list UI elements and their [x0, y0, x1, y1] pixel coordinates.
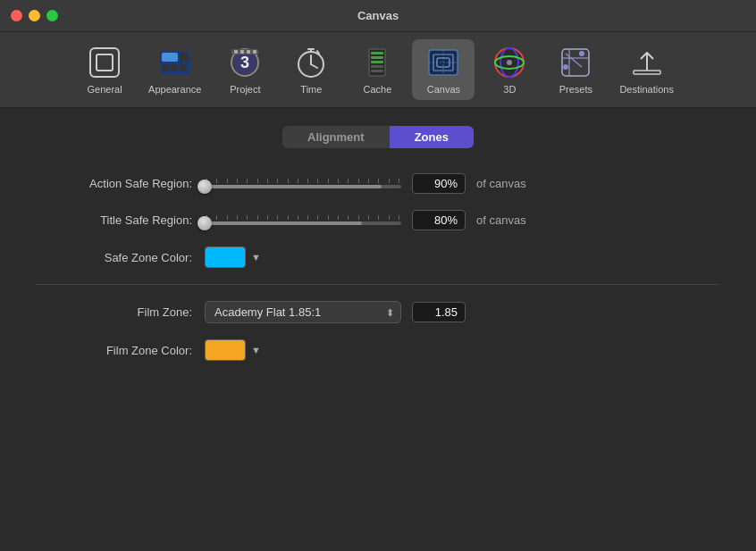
svg-rect-15	[253, 50, 256, 54]
film-zone-color-control: ▼	[205, 339, 261, 361]
toolbar-label-canvas: Canvas	[427, 84, 460, 95]
svg-rect-26	[371, 65, 383, 68]
action-safe-suffix: of canvas	[476, 177, 526, 190]
svg-point-42	[563, 64, 568, 70]
zones-tab[interactable]: Zones	[390, 126, 474, 148]
toolbar-label-project: Project	[230, 84, 260, 95]
destinations-icon	[629, 45, 665, 80]
svg-line-43	[566, 54, 582, 67]
canvas-icon	[425, 45, 461, 80]
safe-zone-color-row: Safe Zone Color: ▼	[36, 246, 720, 268]
film-zone-row: Film Zone: Academy Flat 1.85:1 Cinemasco…	[36, 301, 720, 323]
action-safe-row: Action Safe Region: 90% of canvas	[36, 173, 720, 194]
appearance-icon	[157, 45, 193, 80]
svg-rect-25	[371, 61, 383, 63]
svg-rect-6	[171, 64, 178, 71]
action-safe-label: Action Safe Region:	[36, 177, 192, 190]
title-safe-suffix: of canvas	[476, 213, 526, 227]
alignment-tab[interactable]: Alignment	[282, 126, 390, 148]
svg-line-18	[311, 64, 317, 68]
maximize-button[interactable]	[46, 10, 58, 21]
film-zone-color-dropdown[interactable]: ▼	[251, 345, 261, 355]
segmented-control: Alignment Zones	[36, 126, 720, 148]
3d-icon	[491, 45, 527, 80]
film-zone-select-wrapper: Academy Flat 1.85:1 Cinemascope 2.35:1 W…	[205, 301, 401, 323]
svg-rect-1	[97, 54, 113, 71]
title-safe-row: Title Safe Region: 80% of canvas	[36, 210, 720, 230]
film-zone-color-swatch[interactable]	[205, 339, 246, 361]
svg-rect-3	[162, 53, 178, 62]
title-safe-value[interactable]: 80%	[412, 210, 466, 230]
svg-rect-24	[371, 56, 383, 59]
title-safe-ticks	[205, 215, 401, 220]
toolbar-label-destinations: Destinations	[619, 84, 674, 95]
film-zone-color-row: Film Zone Color: ▼	[36, 339, 720, 361]
toolbar-item-canvas[interactable]: Canvas	[412, 39, 475, 100]
titlebar: Canvas	[0, 0, 756, 32]
toolbar-item-cache[interactable]: Cache	[346, 39, 408, 100]
svg-rect-4	[180, 53, 189, 62]
safe-zone-color-control: ▼	[205, 246, 261, 268]
film-zone-label: Film Zone:	[36, 305, 192, 319]
toolbar-label-time: Time	[300, 84, 322, 95]
toolbar-label-general: General	[87, 84, 122, 95]
toolbar-item-general[interactable]: General	[73, 39, 136, 100]
close-button[interactable]	[11, 10, 22, 21]
svg-rect-23	[371, 52, 383, 54]
action-safe-value[interactable]: 90%	[412, 173, 466, 194]
svg-rect-7	[180, 64, 187, 71]
title-safe-slider[interactable]	[205, 221, 401, 225]
svg-point-37	[507, 60, 512, 65]
svg-point-41	[579, 51, 584, 56]
toolbar-label-3d: 3D	[503, 84, 516, 95]
cache-icon	[359, 45, 395, 80]
svg-rect-12	[234, 50, 238, 54]
action-safe-ticks	[205, 179, 401, 183]
window-title: Canvas	[357, 9, 399, 22]
presets-icon	[558, 45, 593, 80]
time-icon	[293, 45, 329, 80]
toolbar-item-appearance[interactable]: Appearance	[139, 39, 210, 100]
svg-rect-5	[162, 64, 169, 71]
project-icon: 3	[227, 45, 263, 80]
svg-text:3: 3	[240, 54, 249, 71]
section-divider	[36, 284, 720, 285]
svg-rect-27	[371, 70, 383, 72]
toolbar-label-cache: Cache	[363, 84, 391, 95]
safe-zone-color-label: Safe Zone Color:	[36, 251, 192, 264]
toolbar-label-presets: Presets	[559, 84, 592, 95]
toolbar-item-project[interactable]: 3 Project	[214, 39, 276, 100]
film-zone-color-label: Film Zone Color:	[36, 344, 192, 357]
window-controls	[11, 10, 58, 21]
minimize-button[interactable]	[29, 10, 40, 21]
film-zone-ratio[interactable]: 1.85	[412, 302, 466, 322]
action-safe-slider-wrapper	[205, 179, 401, 188]
film-zone-select[interactable]: Academy Flat 1.85:1 Cinemascope 2.35:1 W…	[205, 301, 401, 323]
general-icon	[87, 45, 122, 80]
svg-rect-0	[90, 48, 119, 77]
toolbar-item-3d[interactable]: 3D	[478, 39, 541, 100]
toolbar-item-destinations[interactable]: Destinations	[610, 39, 683, 100]
title-safe-label: Title Safe Region:	[36, 213, 192, 227]
safe-zone-color-dropdown[interactable]: ▼	[251, 252, 261, 263]
svg-rect-14	[247, 50, 250, 54]
safe-zone-color-swatch[interactable]	[205, 246, 246, 268]
svg-rect-44	[634, 71, 660, 74]
toolbar: General Appearance 3	[0, 32, 756, 108]
toolbar-item-presets[interactable]: Presets	[544, 39, 607, 100]
main-content: Alignment Zones Action Safe Region: 90%	[0, 108, 756, 395]
toolbar-label-appearance: Appearance	[148, 84, 201, 95]
toolbar-item-time[interactable]: Time	[280, 39, 342, 100]
title-safe-slider-wrapper	[205, 215, 401, 225]
action-safe-slider[interactable]	[205, 185, 401, 188]
svg-rect-13	[240, 50, 244, 54]
